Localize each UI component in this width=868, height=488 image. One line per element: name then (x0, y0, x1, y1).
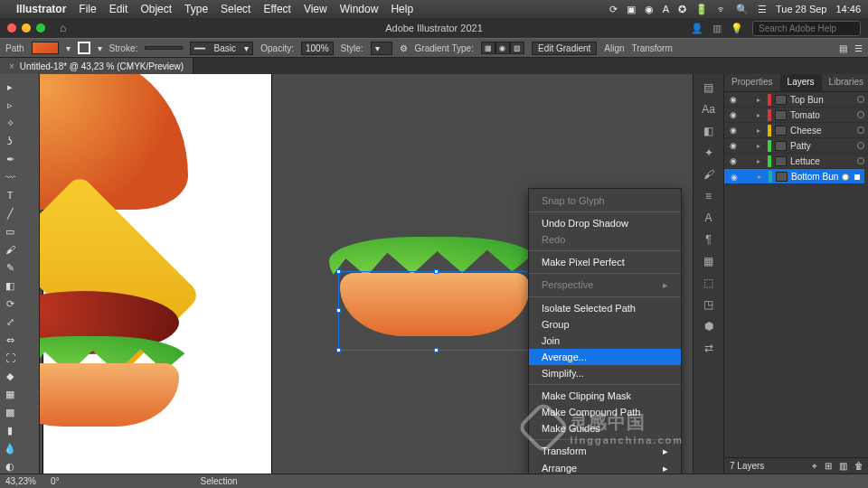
panel-icon[interactable]: ▦ (703, 255, 713, 267)
status-icon[interactable]: ✪ (678, 4, 686, 15)
tab-libraries[interactable]: Libraries (822, 74, 868, 91)
panel-icon[interactable]: ◧ (703, 125, 713, 137)
layer-row[interactable]: ◉▸Bottom Bun (724, 169, 864, 184)
zoom-level[interactable]: 43,23% (5, 476, 36, 486)
target-icon[interactable] (857, 142, 864, 149)
target-icon[interactable] (857, 96, 864, 103)
target-icon[interactable] (857, 111, 864, 118)
edit-gradient-button[interactable]: Edit Gradient (532, 42, 597, 55)
layer-row[interactable]: ◉▸Cheese (724, 123, 868, 138)
context-menu-item[interactable]: Join (529, 333, 681, 349)
brush-dropdown[interactable]: ━━Basic▾ (190, 42, 253, 55)
menu-view[interactable]: View (304, 3, 327, 15)
visibility-toggle-icon[interactable]: ◉ (728, 156, 739, 165)
gradient-type-buttons[interactable]: ▦◉▨ (481, 42, 524, 54)
context-menu-item[interactable]: Undo Drop Shadow (529, 215, 681, 231)
panel-icon[interactable]: ◳ (703, 298, 713, 311)
tab-layers[interactable]: Layers (780, 74, 822, 91)
panel-icon[interactable]: ¶ (705, 233, 711, 246)
target-icon[interactable] (842, 174, 849, 181)
panel-icon[interactable]: ⇄ (704, 342, 713, 354)
direct-selection-tool[interactable]: ▹ (1, 97, 19, 113)
style-dropdown[interactable]: ▾ (371, 42, 392, 55)
menubar-date[interactable]: Tue 28 Sep (776, 4, 826, 14)
perspective-tool[interactable]: ▦ (1, 386, 19, 402)
layer-row[interactable]: ◉▸Patty (724, 138, 868, 154)
visibility-toggle-icon[interactable]: ◉ (728, 95, 739, 104)
line-tool[interactable]: ╱ (1, 205, 19, 221)
visibility-toggle-icon[interactable]: ◉ (728, 141, 739, 150)
layer-row[interactable]: ◉▸Top Bun (724, 92, 868, 108)
shaper-tool[interactable]: ✎ (1, 259, 19, 276)
panel-icon[interactable]: ≡ (705, 190, 712, 202)
free-transform-tool[interactable]: ⛶ (1, 350, 19, 366)
menu-type[interactable]: Type (184, 3, 208, 15)
battery-icon[interactable]: 🔋 (695, 4, 708, 15)
menu-edit[interactable]: Edit (109, 3, 128, 15)
eyedropper-tool[interactable]: 💧 (1, 440, 19, 456)
tab-properties[interactable]: Properties (724, 74, 780, 91)
document-tab[interactable]: × Untitled-18* @ 43,23 % (CMYK/Preview) (0, 58, 193, 74)
visibility-toggle-icon[interactable]: ◉ (728, 126, 739, 135)
app-name[interactable]: Illustrator (16, 3, 66, 15)
paintbrush-tool[interactable]: 🖌 (1, 241, 19, 258)
lasso-tool[interactable]: ʖ (1, 133, 19, 149)
panel-icon[interactable]: ▤ (703, 81, 713, 94)
disclosure-icon[interactable]: ▸ (757, 96, 764, 104)
context-menu-item[interactable]: Make Clipping Mask (529, 388, 681, 404)
fill-swatch[interactable] (32, 42, 59, 54)
rectangle-tool[interactable]: ▭ (1, 223, 19, 239)
pen-tool[interactable]: ✒ (1, 151, 19, 167)
new-layer-icon[interactable]: ▥ (839, 461, 847, 471)
wifi-icon[interactable]: ᯤ (717, 4, 727, 14)
align-link[interactable]: Align (604, 43, 624, 53)
shape-builder-tool[interactable]: ◆ (1, 368, 19, 384)
search-icon[interactable]: 🔍 (736, 4, 749, 15)
scale-tool[interactable]: ⤢ (1, 314, 19, 330)
layer-row[interactable]: ◉▸Tomato (724, 108, 868, 123)
curvature-tool[interactable]: 〰 (1, 169, 19, 185)
panel-icon[interactable]: A (704, 211, 712, 224)
transform-link[interactable]: Transform (632, 43, 673, 53)
disclosure-icon[interactable]: ▸ (757, 142, 764, 150)
magic-wand-tool[interactable]: ✧ (1, 115, 19, 131)
status-icon[interactable]: ⟳ (609, 4, 618, 15)
chevron-down-icon[interactable]: ▾ (98, 43, 102, 53)
delete-layer-icon[interactable]: 🗑 (854, 461, 863, 471)
menu-effect[interactable]: Effect (263, 3, 290, 15)
target-icon[interactable] (857, 157, 864, 164)
context-menu-item[interactable]: Make Pixel Perfect (529, 254, 681, 270)
opacity-input[interactable]: 100% (301, 42, 334, 55)
stroke-weight-input[interactable] (145, 46, 183, 50)
status-icon[interactable]: ▣ (627, 4, 636, 15)
disclosure-icon[interactable]: ▸ (757, 127, 764, 135)
panel-menu-icon[interactable]: ▤ (839, 43, 847, 53)
menu-help[interactable]: Help (391, 3, 413, 15)
status-icon[interactable]: A (663, 4, 669, 14)
target-icon[interactable] (857, 127, 864, 134)
disclosure-icon[interactable]: ▸ (757, 157, 764, 165)
new-sublayer-icon[interactable]: ⊞ (825, 461, 832, 471)
context-menu-item[interactable]: Group (529, 316, 681, 333)
menubar-time[interactable]: 14:46 (835, 4, 861, 14)
visibility-toggle-icon[interactable]: ◉ (728, 110, 739, 119)
layer-row[interactable]: ◉▸Lettuce (724, 154, 868, 169)
context-menu-item[interactable]: Average... (529, 349, 681, 365)
locate-layer-icon[interactable]: ⌖ (812, 461, 817, 472)
control-center-icon[interactable]: ☰ (758, 4, 767, 15)
panel-icon[interactable]: ⬚ (703, 277, 713, 289)
eraser-tool[interactable]: ◧ (1, 277, 19, 294)
width-tool[interactable]: ⇔ (1, 332, 19, 348)
context-menu-item[interactable]: Arrange▸ (529, 460, 681, 474)
close-tab-icon[interactable]: × (9, 61, 14, 71)
disclosure-icon[interactable]: ▸ (758, 173, 765, 181)
panel-icon[interactable]: 🖌 (703, 168, 714, 181)
stroke-swatch[interactable] (78, 42, 90, 54)
panel-icon[interactable]: ⬢ (704, 320, 713, 333)
gradient-tool[interactable]: ▮ (1, 422, 19, 438)
gear-icon[interactable]: ⚙ (400, 43, 408, 53)
canvas[interactable]: Snap to GlyphUndo Drop ShadowRedoMake Pi… (40, 74, 693, 474)
menu-object[interactable]: Object (140, 3, 172, 15)
menu-select[interactable]: Select (221, 3, 250, 15)
disclosure-icon[interactable]: ▸ (757, 111, 764, 119)
